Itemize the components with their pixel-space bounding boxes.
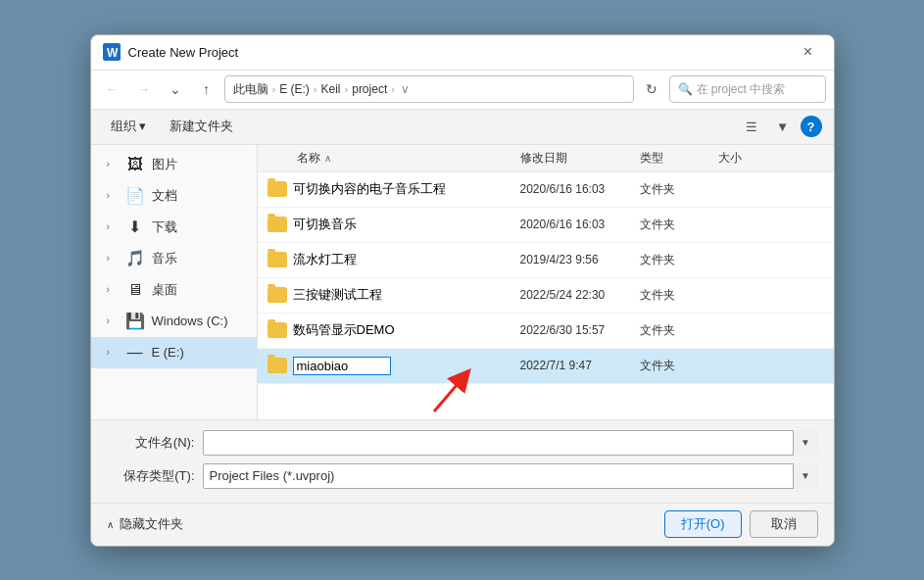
file-list-header: 名称 ∧ 修改日期 类型 大小 [258,145,834,172]
file-date: 2022/6/30 15:57 [512,323,640,337]
e-drive-icon: — [126,344,144,362]
column-size[interactable]: 大小 [718,150,777,167]
address-part-3: Keil [321,82,341,96]
sidebar-label-downloads: 下载 [152,218,177,236]
cancel-button[interactable]: 取消 [750,510,818,538]
filename-row: 文件名(N): ▼ [107,430,818,456]
windows-drive-icon: 💾 [126,313,144,330]
toolbar-right: ☰ ▼ ? [738,113,822,140]
sidebar-label-e-drive: E (E:) [152,345,184,360]
file-date: 2019/4/23 9:56 [512,253,640,266]
chevron-icon: › [107,253,119,264]
title-bar: W Create New Project × [91,35,834,71]
table-row-selected[interactable]: 2022/7/1 9:47 文件夹 [258,349,834,384]
file-type: 文件夹 [640,252,718,268]
file-name: 流水灯工程 [293,251,357,268]
table-row[interactable]: 数码管显示DEMO 2022/6/30 15:57 文件夹 [258,314,834,349]
file-list: 名称 ∧ 修改日期 类型 大小 可切换内容的电子音乐工程 [258,145,834,419]
file-name: 三按键测试工程 [293,286,382,304]
file-name: 可切换内容的电子音乐工程 [293,180,446,198]
table-row[interactable]: 三按键测试工程 2022/5/24 22:30 文件夹 [258,278,834,314]
sort-icon: ∧ [324,153,331,164]
chevron-icon: › [107,315,119,326]
folder-icon [267,217,287,232]
address-chevron: ∨ [401,82,410,96]
sidebar-item-documents[interactable]: › 📄 文档 [91,180,257,212]
file-name-cell: 数码管显示DEMO [258,321,512,339]
address-part-1: 此电脑 [233,81,268,98]
filename-dropdown-button[interactable]: ▼ [793,430,818,456]
music-icon: 🎵 [126,250,144,267]
footer-actions: 打开(O) 取消 [664,510,818,538]
chevron-icon: › [107,347,119,358]
sidebar-item-e-drive[interactable]: › — E (E:) [91,337,257,368]
dropdown-nav-button[interactable]: ⌄ [162,75,189,103]
up-button[interactable]: ↑ [193,75,220,103]
column-name[interactable]: 名称 ∧ [258,150,512,167]
search-bar[interactable]: 🔍 在 project 中搜索 [669,75,826,103]
sidebar-label-pictures: 图片 [152,156,177,173]
main-content: › 🖼 图片 › 📄 文档 › ⬇ 下载 › 🎵 音乐 › 🖥 [91,145,834,419]
file-type: 文件夹 [640,217,718,233]
folder-icon [267,252,287,267]
filename-input[interactable] [203,430,818,456]
help-button[interactable]: ? [801,116,822,137]
file-type: 文件夹 [640,322,718,339]
address-part-2: E (E:) [279,82,310,96]
chevron-icon: › [107,221,119,232]
file-date: 2020/6/16 16:03 [512,218,640,231]
column-type[interactable]: 类型 [640,150,718,167]
table-row[interactable]: 流水灯工程 2019/4/23 9:56 文件夹 [258,243,834,278]
refresh-button[interactable]: ↻ [638,75,665,103]
file-name: 数码管显示DEMO [293,321,395,339]
chevron-icon: › [107,284,119,295]
back-button[interactable]: ← [99,75,126,103]
app-icon: W [103,43,121,61]
sidebar-item-pictures[interactable]: › 🖼 图片 [91,149,257,180]
list-view-icon: ☰ [746,120,757,134]
documents-icon: 📄 [126,187,144,205]
sidebar-item-music[interactable]: › 🎵 音乐 [91,243,257,274]
address-bar[interactable]: 此电脑 › E (E:) › Keil › project › ∨ [224,75,634,103]
close-button[interactable]: × [795,38,822,66]
search-icon: 🔍 [678,82,693,96]
search-placeholder: 在 project 中搜索 [697,81,786,98]
file-name-cell: 可切换内容的电子音乐工程 [258,180,512,198]
filename-label: 文件名(N): [107,434,195,452]
file-date: 2020/6/16 16:03 [512,182,640,196]
file-name-cell: 可切换音乐 [258,216,512,233]
footer: ∧ 隐藏文件夹 打开(O) 取消 [91,503,834,546]
file-rename-input[interactable] [293,357,391,375]
file-name: 可切换音乐 [293,216,357,233]
table-row[interactable]: 可切换内容的电子音乐工程 2020/6/16 16:03 文件夹 [258,172,834,208]
column-date[interactable]: 修改日期 [512,150,640,167]
file-type: 文件夹 [640,287,718,304]
nav-bar: ← → ⌄ ↑ 此电脑 › E (E:) › Keil › project › … [91,71,834,110]
filename-input-container: ▼ [203,430,818,456]
sidebar-item-downloads[interactable]: › ⬇ 下载 [91,212,257,243]
hide-folders-chevron: ∧ [107,519,114,530]
sidebar-item-windows-c[interactable]: › 💾 Windows (C:) [91,306,257,337]
address-part-4: project [352,82,387,96]
organize-button[interactable]: 组织 ▾ [103,114,155,139]
file-name-cell [258,357,512,375]
open-button[interactable]: 打开(O) [664,510,742,538]
hide-folders-label: 隐藏文件夹 [120,515,183,533]
view-button[interactable]: ☰ [738,113,765,140]
folder-icon [267,358,287,373]
sidebar-label-desktop: 桌面 [152,281,177,299]
dialog-title: Create New Project [128,45,795,60]
sidebar-item-desktop[interactable]: › 🖥 桌面 [91,274,257,306]
desktop-icon: 🖥 [126,281,144,299]
table-row[interactable]: 可切换音乐 2020/6/16 16:03 文件夹 [258,208,834,243]
hide-folders-toggle[interactable]: ∧ 隐藏文件夹 [107,515,183,533]
filetype-row: 保存类型(T): Project Files (*.uvproj) ▼ [107,463,818,489]
sidebar: › 🖼 图片 › 📄 文档 › ⬇ 下载 › 🎵 音乐 › 🖥 [91,145,258,419]
file-name-cell: 三按键测试工程 [258,286,512,304]
filetype-dropdown-button[interactable]: ▼ [793,463,818,489]
file-date: 2022/5/24 22:30 [512,288,640,302]
new-folder-button[interactable]: 新建文件夹 [162,114,241,139]
folder-icon [267,287,287,303]
view-dropdown-button[interactable]: ▼ [769,113,797,140]
forward-button[interactable]: → [130,75,158,103]
